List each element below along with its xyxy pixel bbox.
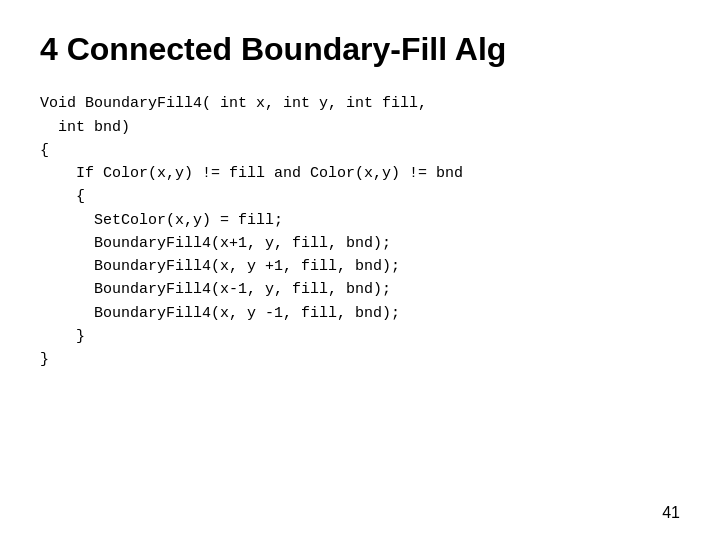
slide-title: 4 Connected Boundary-Fill Alg xyxy=(40,30,680,68)
page-number: 41 xyxy=(662,504,680,522)
code-block: Void BoundaryFill4( int x, int y, int fi… xyxy=(40,92,680,371)
slide-container: 4 Connected Boundary-Fill Alg Void Bound… xyxy=(0,0,720,540)
